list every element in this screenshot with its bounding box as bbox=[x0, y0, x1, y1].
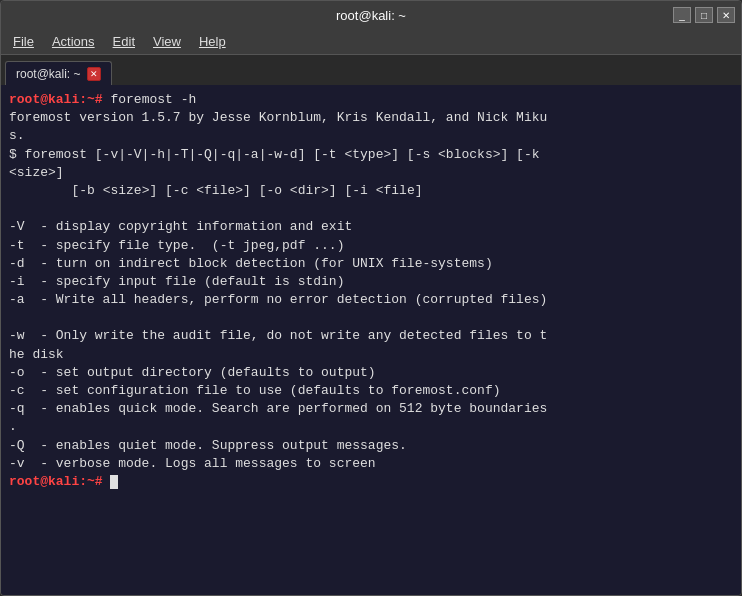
terminal-content[interactable]: root@kali:~# foremost -h foremost versio… bbox=[1, 85, 741, 595]
terminal-line-16: -q - enables quick mode. Search are perf… bbox=[9, 400, 733, 418]
window-title: root@kali: ~ bbox=[336, 8, 406, 23]
tab-root[interactable]: root@kali: ~ ✕ bbox=[5, 61, 112, 85]
terminal-line-15: -c - set configuration file to use (defa… bbox=[9, 382, 733, 400]
terminal-line-4: $ foremost [-v|-V|-h|-T|-Q|-q|-a|-w-d] [… bbox=[9, 146, 733, 164]
close-button[interactable]: ✕ bbox=[717, 7, 735, 23]
terminal-line-5: <size>] bbox=[9, 164, 733, 182]
cursor-blink bbox=[110, 475, 118, 489]
title-bar: root@kali: ~ _ □ ✕ bbox=[1, 1, 741, 29]
terminal-line-3: s. bbox=[9, 127, 733, 145]
terminal-line-8: -t - specify file type. (-t jpeg,pdf ...… bbox=[9, 237, 733, 255]
terminal-line-9: -d - turn on indirect block detection (f… bbox=[9, 255, 733, 273]
terminal-line-17: . bbox=[9, 418, 733, 436]
terminal-line-7: -V - display copyright information and e… bbox=[9, 218, 733, 236]
terminal-line-2: foremost version 1.5.7 by Jesse Kornblum… bbox=[9, 109, 733, 127]
tab-label: root@kali: ~ bbox=[16, 67, 81, 81]
terminal-line-6: [-b <size>] [-c <file>] [-o <dir>] [-i <… bbox=[9, 182, 733, 200]
tab-bar: root@kali: ~ ✕ bbox=[1, 55, 741, 85]
terminal-line-10: -i - specify input file (default is stdi… bbox=[9, 273, 733, 291]
menu-actions[interactable]: Actions bbox=[44, 32, 103, 51]
minimize-button[interactable]: _ bbox=[673, 7, 691, 23]
menu-view[interactable]: View bbox=[145, 32, 189, 51]
menu-bar: File Actions Edit View Help bbox=[1, 29, 741, 55]
maximize-button[interactable]: □ bbox=[695, 7, 713, 23]
menu-help[interactable]: Help bbox=[191, 32, 234, 51]
terminal-window: root@kali: ~ _ □ ✕ File Actions Edit Vie… bbox=[0, 0, 742, 596]
prompt-final: root@kali:~# bbox=[9, 474, 110, 489]
terminal-empty-1 bbox=[9, 200, 733, 218]
window-controls: _ □ ✕ bbox=[673, 7, 735, 23]
tab-close-button[interactable]: ✕ bbox=[87, 67, 101, 81]
menu-edit[interactable]: Edit bbox=[105, 32, 143, 51]
command-1: foremost -h bbox=[110, 92, 196, 107]
terminal-line-13: he disk bbox=[9, 346, 733, 364]
terminal-line-11: -a - Write all headers, perform no error… bbox=[9, 291, 733, 309]
terminal-line-12: -w - Only write the audit file, do not w… bbox=[9, 327, 733, 345]
terminal-empty-2 bbox=[9, 309, 733, 327]
terminal-line-18: -Q - enables quiet mode. Suppress output… bbox=[9, 437, 733, 455]
menu-file[interactable]: File bbox=[5, 32, 42, 51]
terminal-prompt-final: root@kali:~# bbox=[9, 473, 733, 491]
terminal-line-19: -v - verbose mode. Logs all messages to … bbox=[9, 455, 733, 473]
terminal-line-1: root@kali:~# foremost -h bbox=[9, 91, 733, 109]
prompt-1: root@kali:~# bbox=[9, 92, 110, 107]
terminal-line-14: -o - set output directory (defaults to o… bbox=[9, 364, 733, 382]
